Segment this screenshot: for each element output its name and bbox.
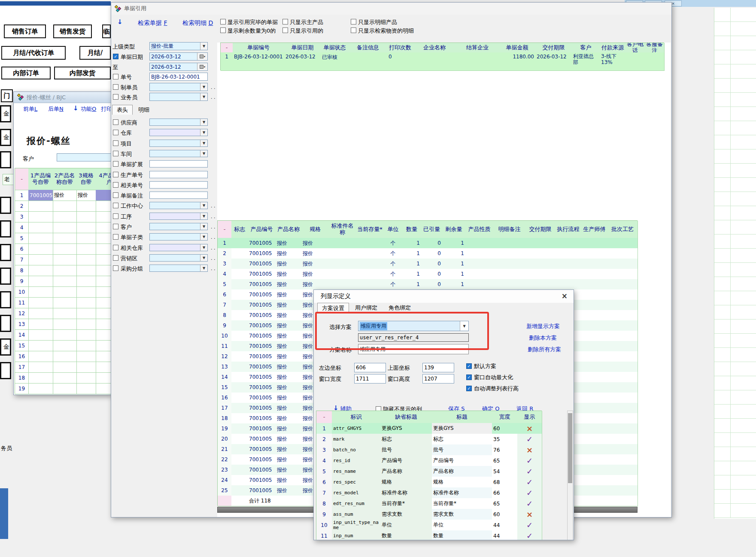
quote-table-cell[interactable] xyxy=(96,319,111,330)
detail-table-cell[interactable]: 1 xyxy=(442,279,466,290)
quote-table-cell[interactable] xyxy=(96,329,111,341)
detail-table-cell[interactable]: 1 xyxy=(442,259,466,269)
doc-table-header-cell[interactable]: 单据状态 xyxy=(321,43,349,53)
detail-table-cell[interactable] xyxy=(581,238,608,249)
doc-table-cell[interactable]: 0 xyxy=(387,52,413,71)
vertical-scrollbar[interactable] xyxy=(567,411,573,540)
column-table-cell[interactable]: 35 xyxy=(492,434,518,445)
quote-table-cell[interactable]: 16 xyxy=(15,351,29,362)
quote-prev-link[interactable]: 前单L xyxy=(23,105,37,113)
scheme-name-input[interactable]: 维应用专用 xyxy=(358,344,469,354)
dialog-scheme-link[interactable]: 删除所有方案 xyxy=(528,346,561,353)
quote-table-cell[interactable] xyxy=(53,211,77,222)
detail-table-cell[interactable] xyxy=(231,382,248,393)
customer-input[interactable] xyxy=(57,153,111,161)
detail-table-header-cell[interactable]: 产品编号 xyxy=(248,221,276,238)
detail-table-cell[interactable]: 5 xyxy=(218,279,232,290)
detail-table-cell[interactable]: 7001005 xyxy=(248,279,276,290)
quote-function-link[interactable]: 功能O xyxy=(81,105,96,113)
detail-table-cell[interactable] xyxy=(231,238,248,249)
dialog-tab[interactable]: 方案设置 xyxy=(317,303,349,313)
quote-table-cell[interactable]: 6 xyxy=(15,243,29,255)
detail-table-cell[interactable] xyxy=(276,496,302,506)
ref-window-titlebar[interactable]: 单据引用 xyxy=(111,3,671,15)
detail-table-cell[interactable] xyxy=(525,269,556,280)
quote-table-cell[interactable] xyxy=(28,383,53,394)
column-table-cell[interactable]: 产品编号 xyxy=(380,455,432,466)
detail-table-cell[interactable]: 1 xyxy=(402,279,422,290)
detail-table-cell[interactable] xyxy=(607,362,638,372)
filter-combobox[interactable]: 2026-03-12▾ xyxy=(149,52,208,61)
detail-table-cell[interactable] xyxy=(581,382,608,393)
doc-table-header-cell[interactable]: 企业名称 xyxy=(413,43,456,53)
detail-table-header-cell[interactable]: 生产师傅 xyxy=(581,221,608,238)
column-table-cell[interactable]: 产品名称 xyxy=(380,466,432,477)
detail-table-cell[interactable] xyxy=(231,403,248,414)
column-table-header-cell[interactable]: - xyxy=(316,411,332,423)
quote-table-cell[interactable] xyxy=(76,276,96,287)
detail-table-cell[interactable]: 报价 xyxy=(276,444,302,455)
doc-table-header-cell[interactable]: 备注信息 xyxy=(349,43,388,53)
detail-table-cell[interactable] xyxy=(231,320,248,331)
detail-table-cell[interactable] xyxy=(555,259,582,269)
coordinate-input[interactable]: 139 xyxy=(422,363,454,372)
detail-table-cell[interactable] xyxy=(493,238,526,249)
chevron-down-icon[interactable]: ▼ xyxy=(200,93,207,100)
doc-table-cell[interactable]: 2026-03-12 xyxy=(535,52,572,71)
detail-table-cell[interactable] xyxy=(231,413,248,424)
detail-table-cell[interactable]: 7001005 xyxy=(248,475,276,486)
option-checkbox[interactable] xyxy=(282,27,288,33)
column-table-cell[interactable]: 6 xyxy=(316,477,332,488)
detail-table-cell[interactable] xyxy=(231,351,248,362)
quote-table-cell[interactable] xyxy=(76,265,96,276)
detail-filter-input[interactable] xyxy=(149,171,208,178)
quote-table-cell[interactable] xyxy=(53,233,77,244)
column-table-cell[interactable]: 2 xyxy=(316,434,332,445)
dialog-scheme-link[interactable]: 删除本方案 xyxy=(529,334,557,342)
cross-icon[interactable]: × xyxy=(517,423,542,434)
detail-table-cell[interactable] xyxy=(581,403,608,414)
detail-table-cell[interactable]: 0 xyxy=(421,269,443,280)
quote-table-cell[interactable] xyxy=(96,254,111,265)
detail-table-cell[interactable]: 7001005 xyxy=(248,259,276,269)
detail-table-cell[interactable] xyxy=(607,259,638,269)
quote-table-cell[interactable]: 12 xyxy=(15,308,29,319)
detail-table-cell[interactable] xyxy=(607,465,638,475)
detail-table-header-cell[interactable]: 标准件名称 xyxy=(329,221,356,238)
detail-table-cell[interactable] xyxy=(607,331,638,341)
quote-table-cell[interactable]: 8 xyxy=(15,265,29,276)
quote-table-cell[interactable] xyxy=(96,308,111,319)
detail-table-cell[interactable]: 1 xyxy=(442,238,466,249)
quote-print-link[interactable]: 打印 xyxy=(101,105,111,113)
detail-table-cell[interactable] xyxy=(231,331,248,341)
quote-table-cell[interactable] xyxy=(76,329,96,341)
column-table-cell[interactable]: 标志 xyxy=(432,434,492,445)
detail-table-cell[interactable]: 报价 xyxy=(276,372,302,383)
detail-table-cell[interactable]: 7001005 xyxy=(248,248,276,259)
quote-table-cell[interactable] xyxy=(28,340,53,351)
detail-table-cell[interactable]: 报价 xyxy=(276,259,302,269)
detail-table-header-cell[interactable]: 执行流程 xyxy=(555,221,582,238)
quote-table-cell[interactable]: 报价 xyxy=(76,190,96,201)
quote-table-cell[interactable] xyxy=(53,329,77,341)
quote-table-cell[interactable] xyxy=(53,276,77,287)
detail-table-cell[interactable] xyxy=(581,465,608,475)
detail-table-cell[interactable] xyxy=(555,279,582,290)
tab-detail[interactable]: 明细 xyxy=(134,105,154,115)
detail-table-cell[interactable]: 7001005 xyxy=(248,372,276,383)
detail-table-cell[interactable]: 报价 xyxy=(276,320,302,331)
column-table-cell[interactable]: 8 xyxy=(316,498,332,509)
dialog-tab[interactable]: 用户绑定 xyxy=(350,303,383,313)
detail-table-cell[interactable] xyxy=(607,403,638,414)
column-table-cell[interactable]: edt_res_num xyxy=(332,498,381,509)
filter-combobox[interactable]: ▼ xyxy=(149,93,208,101)
detail-table-cell[interactable]: 8 xyxy=(218,310,232,321)
detail-filter-checkbox[interactable] xyxy=(113,255,118,261)
detail-table-cell[interactable]: 报价 xyxy=(276,403,302,414)
detail-table-cell[interactable] xyxy=(607,413,638,424)
detail-table-cell[interactable]: 7001005 xyxy=(248,351,276,362)
column-table-cell[interactable]: 标准件名称 xyxy=(380,487,432,499)
quote-next-link[interactable]: 后单N xyxy=(48,105,64,113)
bg-strip-box[interactable] xyxy=(0,362,11,379)
detail-table-cell[interactable]: 6 xyxy=(218,289,232,300)
